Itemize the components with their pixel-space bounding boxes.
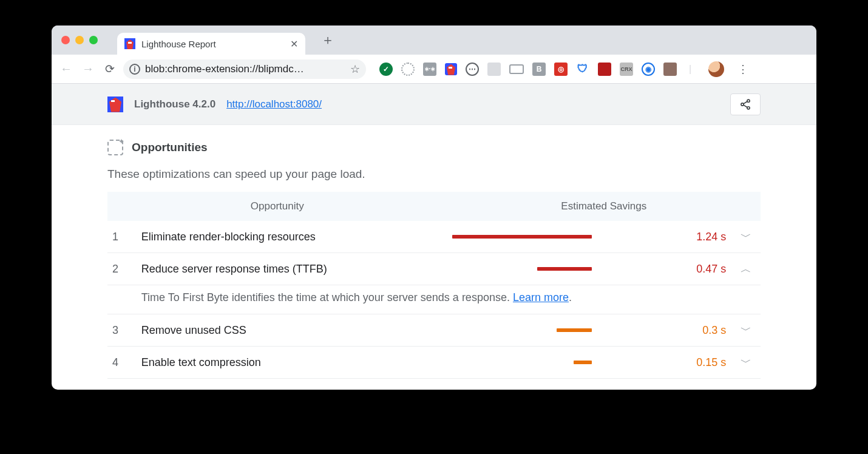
section-header: Opportunities [107,140,761,155]
opportunity-label: Remove unused CSS [137,314,447,347]
tab-strip: Lighthouse Report ✕ ＋ [52,25,816,55]
close-window-button[interactable] [61,36,70,44]
section-title: Opportunities [132,141,208,154]
opportunity-detail: Time To First Byte identifies the time a… [107,285,761,314]
opportunity-row[interactable]: 3Remove unused CSS0.3 s﹀ [107,314,761,347]
expand-toggle[interactable]: ︿ [731,253,761,285]
section-lead: These optimizations can speed up your pa… [107,168,761,181]
extensions-row: ✓ ∗·∗ ⋯ B ◎ 🛡 CRX ◉ | ⋮ [379,61,752,77]
savings-bar-cell [447,314,662,347]
detail-text: Time To First Byte identifies the time a… [137,285,761,314]
col-savings: Estimated Savings [447,192,761,221]
extension-icon[interactable]: ◉ [642,63,655,76]
new-tab-button[interactable]: ＋ [321,31,334,49]
window-controls [61,36,98,44]
row-index: 1 [107,221,137,253]
browser-toolbar: ← → ⟳ i blob:chrome-extension://blipmdc…… [52,55,816,84]
extension-icon[interactable]: B [532,63,546,76]
savings-bar-cell [447,253,662,285]
savings-value: 0.3 s [661,314,731,347]
extension-icon[interactable] [401,63,415,76]
opportunity-row[interactable]: 1Eliminate render-blocking resources1.24… [107,221,761,253]
tested-url-link[interactable]: http://localhost:8080/ [226,98,322,110]
expand-toggle[interactable]: ﹀ [731,221,761,253]
savings-bar-cell [447,347,662,379]
expand-toggle[interactable]: ﹀ [731,314,761,347]
reload-button[interactable]: ⟳ [101,62,118,76]
browser-tab[interactable]: Lighthouse Report ✕ [117,33,305,55]
forward-button[interactable]: → [80,62,97,76]
extension-icon[interactable]: ◎ [554,63,568,76]
extension-icon[interactable] [509,64,524,74]
savings-value: 1.24 s [661,221,731,253]
learn-more-link[interactable]: Learn more [513,291,569,303]
separator: | [689,64,691,75]
browser-menu-button[interactable]: ⋮ [737,63,748,76]
row-index: 2 [107,253,137,285]
extension-icon[interactable]: ✓ [379,63,393,76]
extension-icon[interactable]: ⋯ [466,63,479,76]
opportunity-label: Enable text compression [137,347,447,379]
report-header: Lighthouse 4.2.0 http://localhost:8080/ [52,84,816,125]
col-opportunity: Opportunity [107,192,447,221]
opportunity-row[interactable]: 4Enable text compression0.15 s﹀ [107,347,761,379]
lighthouse-extension-icon[interactable] [445,63,457,75]
profile-avatar[interactable] [708,61,724,77]
report-content: Opportunities These optimizations can sp… [52,125,816,379]
savings-value: 0.47 s [661,253,731,285]
site-info-icon[interactable]: i [129,64,140,75]
close-tab-button[interactable]: ✕ [290,38,298,50]
lighthouse-version: Lighthouse 4.2.0 [134,98,215,110]
opportunities-table: Opportunity Estimated Savings 1Eliminate… [107,192,761,379]
extension-icon[interactable]: 🛡 [576,63,589,76]
row-index: 3 [107,314,137,347]
extension-icon[interactable] [663,63,677,76]
extension-icon[interactable] [487,63,501,76]
opportunities-icon [107,140,123,155]
extension-icon[interactable]: ∗·∗ [423,63,436,76]
svg-line-3 [744,101,748,104]
browser-window: Lighthouse Report ✕ ＋ ← → ⟳ i blob:chrom… [52,25,816,390]
maximize-window-button[interactable] [89,36,98,44]
opportunity-label: Reduce server response times (TTFB) [137,253,447,285]
back-button[interactable]: ← [58,62,75,76]
row-index: 4 [107,347,137,379]
savings-value: 0.15 s [661,347,731,379]
extension-icon[interactable]: CRX [620,63,633,76]
expand-toggle[interactable]: ﹀ [731,347,761,379]
lighthouse-icon [124,38,135,49]
opportunity-label: Eliminate render-blocking resources [137,221,447,253]
bookmark-star-icon[interactable]: ☆ [350,63,360,76]
minimize-window-button[interactable] [75,36,84,44]
address-bar[interactable]: i blob:chrome-extension://blipmdc… ☆ [123,59,366,79]
share-icon [739,98,751,110]
extension-icon[interactable] [598,63,611,76]
svg-line-4 [744,104,748,107]
share-button[interactable] [730,93,761,115]
url-text: blob:chrome-extension://blipmdc… [145,63,345,75]
savings-bar-cell [447,221,662,253]
lighthouse-icon [107,97,123,112]
opportunity-row[interactable]: 2Reduce server response times (TTFB)0.47… [107,253,761,285]
tab-title: Lighthouse Report [141,39,216,49]
